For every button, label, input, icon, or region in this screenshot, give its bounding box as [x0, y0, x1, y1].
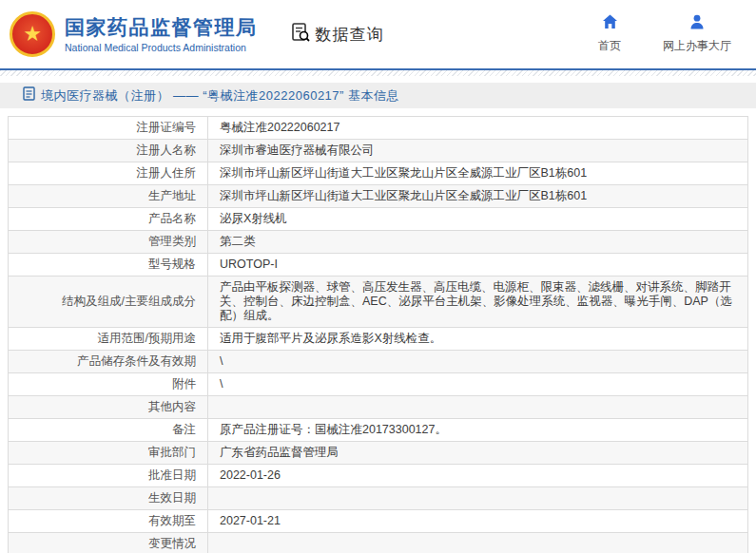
org-name-en: National Medical Products Administration	[65, 42, 258, 53]
data-query-icon	[290, 22, 311, 47]
national-emblem-icon: ★	[10, 11, 55, 57]
emblem-star-glyph: ★	[23, 24, 42, 45]
row-label: 变更情况	[9, 533, 208, 553]
row-label: 附件	[9, 373, 208, 396]
row-value: UROTOP-I	[208, 254, 748, 276]
row-label: 有效期至	[9, 510, 208, 533]
row-value: 广东省药品监督管理局	[208, 442, 748, 465]
info-table: 注册证编号 粤械注准20222060217 注册人名称 深圳市睿迪医疗器械有限公…	[8, 116, 748, 553]
row-value: \	[208, 373, 748, 396]
page-title: 境内医疗器械（注册） —— “粤械注准20222060217” 基本信息	[41, 87, 399, 105]
row-label: 管理类别	[9, 231, 208, 254]
data-query-label: 数据查询	[316, 24, 384, 46]
row-label: 注册人住所	[9, 162, 208, 185]
document-icon	[23, 86, 35, 105]
table-row: 备注 原产品注册证号：国械注准20173300127。	[9, 419, 748, 442]
row-value	[208, 487, 748, 510]
home-icon	[602, 14, 618, 33]
table-row: 注册人住所 深圳市坪山新区坪山街道大工业区聚龙山片区全威源工业厂区B1栋601	[9, 162, 748, 185]
row-label: 注册证编号	[9, 117, 208, 140]
table-row: 变更情况	[9, 533, 748, 553]
table-row: 批准日期 2022-01-26	[9, 465, 748, 487]
org-name-cn: 国家药品监督管理局	[65, 15, 258, 39]
row-label: 适用范围/预期用途	[9, 328, 208, 351]
row-value: \	[208, 351, 748, 373]
table-row: 其他内容	[9, 396, 748, 419]
site-logo[interactable]: ★ 国家药品监督管理局 National Medical Products Ad…	[10, 11, 258, 57]
table-row: 结构及组成/主要组成成分 产品由平板探测器、球管、高压发生器、高压电缆、电源柜、…	[9, 276, 748, 328]
row-label: 型号规格	[9, 254, 208, 276]
header-hatch-strip	[0, 70, 756, 76]
table-row: 附件 \	[9, 373, 748, 396]
row-value: 第二类	[208, 231, 748, 254]
row-label: 结构及组成/主要组成成分	[9, 276, 208, 328]
person-icon	[689, 14, 705, 33]
row-value: 粤械注准20222060217	[208, 117, 748, 140]
row-value: 深圳市坪山新区坪山街道大工业区聚龙山片区全威源工业厂区B1栋601	[208, 162, 748, 185]
nav-online-hall[interactable]: 网上办事大厅	[663, 14, 731, 54]
site-header: ★ 国家药品监督管理局 National Medical Products Ad…	[0, 0, 756, 68]
row-value: 深圳市睿迪医疗器械有限公司	[208, 140, 748, 162]
page-title-bar: 境内医疗器械（注册） —— “粤械注准20222060217” 基本信息	[0, 83, 756, 108]
table-row: 注册证编号 粤械注准20222060217	[9, 117, 748, 140]
nav-hall-label: 网上办事大厅	[663, 38, 731, 54]
nav-home[interactable]: 首页	[598, 14, 621, 54]
row-value: 2022-01-26	[208, 465, 748, 487]
table-row: 管理类别 第二类	[9, 231, 748, 254]
row-value: 2027-01-21	[208, 510, 748, 533]
nav-home-label: 首页	[598, 38, 621, 54]
row-value: 泌尿X射线机	[208, 208, 748, 231]
row-label: 产品储存条件及有效期	[9, 351, 208, 373]
info-table-wrapper: 注册证编号 粤械注准20222060217 注册人名称 深圳市睿迪医疗器械有限公…	[8, 116, 748, 553]
row-label: 生效日期	[9, 487, 208, 510]
table-row: 审批部门 广东省药品监督管理局	[9, 442, 748, 465]
table-row: 产品储存条件及有效期 \	[9, 351, 748, 373]
row-value: 适用于腹部平片及泌尿系造影X射线检查。	[208, 328, 748, 351]
row-value	[208, 396, 748, 419]
row-label: 批准日期	[9, 465, 208, 487]
row-value: 产品由平板探测器、球管、高压发生器、高压电缆、电源柜、限束器、滤线栅、对讲系统、…	[208, 276, 748, 328]
row-value: 深圳市坪山新区坪山街道大工业区聚龙山片区全威源工业厂区B1栋601	[208, 185, 748, 208]
table-row: 适用范围/预期用途 适用于腹部平片及泌尿系造影X射线检查。	[9, 328, 748, 351]
header-nav: 首页 网上办事大厅	[598, 14, 739, 54]
table-row: 生效日期	[9, 487, 748, 510]
row-label: 生产地址	[9, 185, 208, 208]
table-row: 型号规格 UROTOP-I	[9, 254, 748, 276]
row-label: 注册人名称	[9, 140, 208, 162]
table-row: 生产地址 深圳市坪山新区坪山街道大工业区聚龙山片区全威源工业厂区B1栋601	[9, 185, 748, 208]
row-value: 原产品注册证号：国械注准20173300127。	[208, 419, 748, 442]
row-label: 备注	[9, 419, 208, 442]
org-names: 国家药品监督管理局 National Medical Products Admi…	[65, 15, 258, 53]
row-label: 审批部门	[9, 442, 208, 465]
row-value	[208, 533, 748, 553]
row-label: 产品名称	[9, 208, 208, 231]
row-label: 其他内容	[9, 396, 208, 419]
table-row: 注册人名称 深圳市睿迪医疗器械有限公司	[9, 140, 748, 162]
table-row: 有效期至 2027-01-21	[9, 510, 748, 533]
table-row: 产品名称 泌尿X射线机	[9, 208, 748, 231]
nav-data-query[interactable]: 数据查询	[290, 22, 384, 47]
